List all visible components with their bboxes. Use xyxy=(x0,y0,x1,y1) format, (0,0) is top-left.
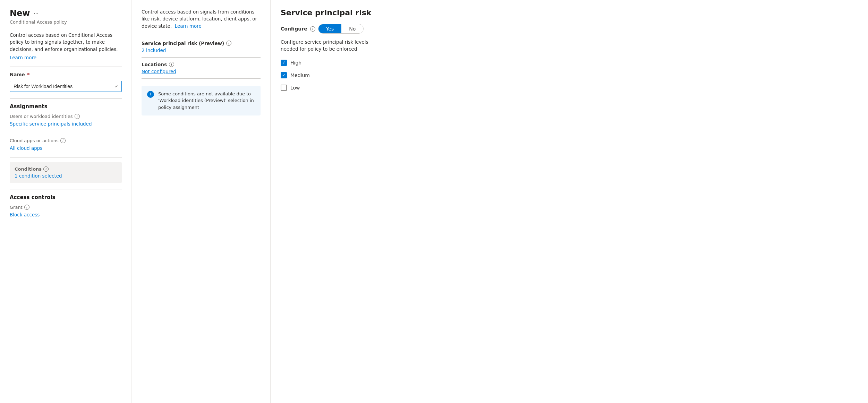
grant-label: Grant i xyxy=(10,205,122,210)
conditions-label: Conditions i xyxy=(15,166,117,172)
name-input-wrap: ✓ xyxy=(10,81,122,92)
low-checkbox[interactable] xyxy=(281,85,287,91)
assignments-heading: Assignments xyxy=(10,103,122,110)
grant-info-icon[interactable]: i xyxy=(24,205,29,210)
medium-checkbox[interactable]: ✓ xyxy=(281,72,287,78)
info-box-icon: i xyxy=(147,91,154,98)
access-controls-heading: Access controls xyxy=(10,194,122,200)
medium-checkbox-row: ✓ Medium xyxy=(281,72,379,78)
locations-info-icon[interactable]: i xyxy=(169,62,174,67)
service-principal-risk-label: Service principal risk (Preview) i xyxy=(142,41,261,46)
left-learn-more-link[interactable]: Learn more xyxy=(10,55,36,60)
low-label: Low xyxy=(290,85,300,91)
service-principal-info-icon[interactable]: i xyxy=(226,41,231,46)
conditions-box: Conditions i 1 condition selected xyxy=(10,162,122,183)
high-checkbox-row: ✓ High xyxy=(281,60,379,66)
conditions-value-link[interactable]: 1 condition selected xyxy=(15,173,62,179)
cloud-apps-info-icon[interactable]: i xyxy=(60,138,66,143)
divider-6 xyxy=(10,224,122,224)
high-label: High xyxy=(290,60,301,66)
page-title: New xyxy=(10,8,30,18)
middle-description: Control access based on signals from con… xyxy=(142,8,261,29)
service-principal-risk-row: Service principal risk (Preview) i 2 inc… xyxy=(142,36,261,58)
locations-label: Locations i xyxy=(142,62,261,67)
name-input[interactable] xyxy=(10,81,122,92)
high-checkmark: ✓ xyxy=(282,61,286,65)
left-panel: New ··· Conditional Access policy Contro… xyxy=(0,0,132,403)
cloud-apps-label: Cloud apps or actions i xyxy=(10,138,122,143)
users-label: Users or workload identities i xyxy=(10,114,122,119)
info-box: i Some conditions are not available due … xyxy=(142,86,261,116)
name-label: Name * xyxy=(10,72,122,77)
divider-4 xyxy=(10,157,122,157)
divider-5 xyxy=(10,189,122,189)
locations-row: Locations i Not configured xyxy=(142,58,261,79)
locations-value-link[interactable]: Not configured xyxy=(142,69,176,74)
left-description: Control access based on Conditional Acce… xyxy=(10,32,122,53)
configure-info-icon[interactable]: i xyxy=(310,26,315,32)
required-star: * xyxy=(26,72,30,77)
users-value-link[interactable]: Specific service principals included xyxy=(10,121,92,127)
medium-label: Medium xyxy=(290,72,310,78)
right-panel: Service principal risk Configure i Yes N… xyxy=(271,0,389,403)
middle-learn-more-link[interactable]: Learn more xyxy=(175,23,202,29)
right-panel-title: Service principal risk xyxy=(281,8,379,17)
yes-button[interactable]: Yes xyxy=(318,24,342,33)
conditions-info-icon[interactable]: i xyxy=(43,166,49,172)
configure-description: Configure service principal risk levels … xyxy=(281,38,379,53)
page-subtitle: Conditional Access policy xyxy=(10,19,122,25)
high-checkbox[interactable]: ✓ xyxy=(281,60,287,66)
low-checkbox-row: Low xyxy=(281,85,379,91)
medium-checkmark: ✓ xyxy=(282,73,286,77)
divider-1 xyxy=(10,67,122,67)
access-controls-section: Access controls Grant i Block access xyxy=(10,194,122,224)
yes-no-toggle: Yes No xyxy=(318,24,364,34)
page-title-area: New ··· xyxy=(10,8,122,18)
chevron-down-icon: ✓ xyxy=(115,84,118,89)
configure-label: Configure xyxy=(281,26,307,32)
middle-panel: Control access based on signals from con… xyxy=(132,0,271,403)
grant-value-link[interactable]: Block access xyxy=(10,212,40,217)
info-box-text: Some conditions are not available due to… xyxy=(158,91,255,111)
configure-row: Configure i Yes No xyxy=(281,24,379,34)
users-info-icon[interactable]: i xyxy=(75,114,80,119)
no-button[interactable]: No xyxy=(341,24,363,33)
divider-2 xyxy=(10,98,122,98)
service-principal-risk-value: 2 included xyxy=(142,48,166,53)
divider-3 xyxy=(10,133,122,133)
more-options-button[interactable]: ··· xyxy=(34,10,39,17)
cloud-apps-value-link[interactable]: All cloud apps xyxy=(10,145,42,151)
